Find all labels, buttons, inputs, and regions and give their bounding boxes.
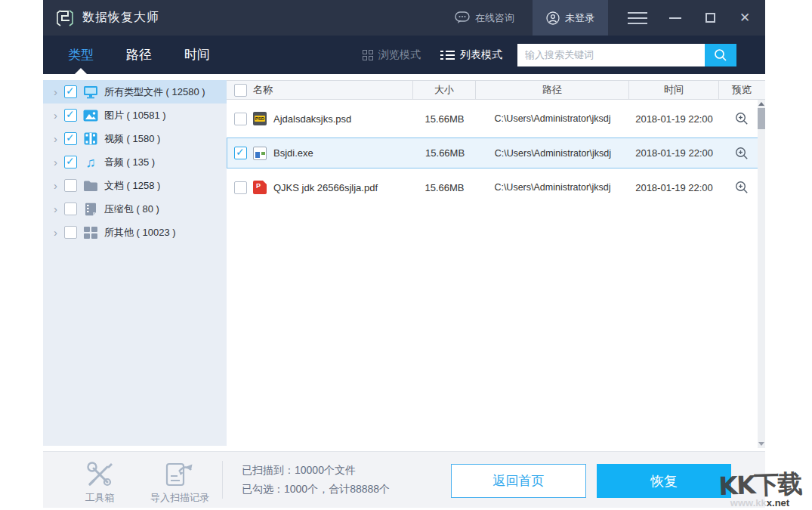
toolbox-label: 工具箱 — [66, 491, 134, 505]
tab-type[interactable]: 类型 — [68, 46, 94, 63]
minimize-button[interactable] — [665, 8, 685, 28]
row-checkbox[interactable] — [234, 181, 247, 194]
main-area: › 所有类型文件 ( 12580 ) › 图片 ( 10581 ) › — [43, 74, 765, 448]
sidebar-item-archives[interactable]: › 压缩包 ( 80 ) — [43, 197, 227, 221]
list-mode-label: 列表模式 — [460, 48, 502, 62]
archive-zip-icon — [83, 202, 98, 216]
list-view-icon — [440, 51, 455, 60]
file-path: C:\Users\Administrator\jksdj — [476, 182, 629, 193]
table-header: 名称 大小 路径 时间 预览 — [227, 80, 765, 100]
exe-file-icon — [253, 147, 267, 160]
checkbox[interactable] — [64, 179, 77, 192]
scrollbar-thumb[interactable] — [758, 108, 765, 129]
select-all-checkbox[interactable] — [234, 84, 247, 97]
scroll-down-arrow[interactable] — [758, 442, 764, 446]
sidebar-item-label: 所其他 ( 10023 ) — [104, 226, 176, 240]
scan-stats: 已扫描到：10000个文件 已勾选：1000个，合计88888个 — [242, 461, 390, 499]
checkbox[interactable] — [64, 202, 77, 215]
psd-file-icon: PSD — [253, 112, 267, 125]
column-name: 名称 — [253, 83, 273, 97]
nav-bar: 类型 路径 时间 浏览模式 列表模式 — [43, 36, 765, 74]
checkbox[interactable] — [64, 109, 77, 122]
chevron-right-icon[interactable]: › — [54, 109, 64, 122]
file-path: C:\Users\Administrator\jksdj — [477, 148, 630, 159]
search-button[interactable] — [705, 44, 736, 66]
table-row[interactable]: QJKS jdk 26566sjlja.pdf 15.66MB C:\Users… — [227, 172, 765, 202]
sidebar-item-label: 压缩包 ( 80 ) — [104, 202, 159, 216]
back-home-button[interactable]: 返回首页 — [451, 464, 586, 498]
toolbox-button[interactable]: 工具箱 — [66, 458, 134, 505]
active-tab-indicator — [75, 68, 87, 74]
sidebar-item-label: 音频 ( 135 ) — [104, 156, 155, 169]
chevron-right-icon[interactable]: › — [54, 202, 64, 215]
sidebar-item-videos[interactable]: › 视频 ( 1580 ) — [43, 127, 227, 150]
close-button[interactable]: ✕ — [735, 8, 755, 28]
scroll-up-arrow[interactable] — [758, 102, 764, 106]
preview-zoom-icon[interactable] — [735, 147, 749, 160]
file-size: 15.66MB — [413, 113, 476, 125]
app-logo-icon — [55, 8, 75, 28]
minimize-icon — [669, 17, 681, 19]
sidebar-item-all-types[interactable]: › 所有类型文件 ( 12580 ) — [43, 80, 227, 104]
recover-button[interactable]: 恢复 — [597, 464, 731, 498]
import-records-label: 导入扫描记录 — [138, 491, 221, 505]
online-service-button[interactable]: 在线咨询 — [455, 11, 514, 25]
chevron-right-icon[interactable]: › — [54, 132, 64, 145]
document-folder-icon — [83, 179, 98, 193]
sidebar-item-others[interactable]: › 所其他 ( 10023 ) — [43, 221, 227, 244]
import-records-icon — [138, 458, 221, 488]
row-checkbox[interactable] — [234, 113, 247, 125]
file-name: Bsjdi.exe — [273, 147, 313, 159]
column-preview: 预览 — [719, 81, 764, 99]
checkbox[interactable] — [64, 226, 77, 239]
monitor-icon — [83, 85, 98, 99]
video-icon — [83, 132, 98, 146]
file-time: 2018-01-19 22:00 — [629, 113, 719, 125]
preview-zoom-icon[interactable] — [735, 112, 749, 125]
table-row[interactable]: PSD Ajdalsdaksjks.psd 15.66MB C:\Users\A… — [227, 104, 765, 134]
toolbox-icon — [66, 458, 134, 488]
row-checkbox[interactable] — [234, 147, 247, 159]
maximize-button[interactable] — [700, 8, 720, 28]
menu-button[interactable] — [625, 9, 650, 27]
preview-zoom-icon[interactable] — [735, 181, 749, 194]
browse-mode-label: 浏览模式 — [378, 48, 421, 62]
table-row[interactable]: Bsjdi.exe 15.66MB C:\Users\Administrator… — [227, 138, 765, 168]
music-icon: ♫ — [83, 156, 98, 169]
file-time: 2018-01-19 22:00 — [629, 147, 719, 159]
vertical-scrollbar[interactable] — [758, 100, 765, 448]
grid-view-icon — [363, 50, 373, 60]
column-time: 时间 — [629, 81, 719, 99]
app-window: 数据恢复大师 在线咨询 未登录 ✕ 类型 路径 时间 — [43, 0, 765, 508]
column-size: 大小 — [413, 81, 476, 99]
image-icon — [83, 109, 98, 122]
search-input[interactable] — [517, 44, 705, 66]
sidebar-item-images[interactable]: › 图片 ( 10581 ) — [43, 104, 227, 127]
chevron-right-icon[interactable]: › — [54, 179, 64, 192]
footer-bar: 工具箱 导入扫描记录 已扫描到：10000个文件 已勾选：1000个，合计888… — [43, 451, 765, 508]
pdf-file-icon — [253, 181, 267, 194]
file-time: 2018-01-19 22:00 — [629, 182, 719, 193]
chevron-right-icon[interactable]: › — [54, 85, 64, 98]
chevron-right-icon[interactable]: › — [54, 156, 64, 168]
file-table: 名称 大小 路径 时间 预览 PSD Ajdalsdaksjks.psd 15.… — [227, 74, 765, 448]
file-path: C:\Users\Administrator\jksdj — [476, 113, 629, 124]
browse-mode-button[interactable]: 浏览模式 — [363, 48, 421, 62]
tab-time[interactable]: 时间 — [184, 46, 210, 63]
import-scan-records-button[interactable]: 导入扫描记录 — [138, 458, 221, 505]
login-status-button[interactable]: 未登录 — [533, 0, 608, 36]
sidebar-item-audio[interactable]: › ♫ 音频 ( 135 ) — [43, 150, 227, 174]
file-name: Ajdalsdaksjks.psd — [273, 113, 351, 125]
scanned-count: 已扫描到：10000个文件 — [242, 461, 390, 480]
close-icon: ✕ — [739, 11, 750, 24]
sidebar-item-documents[interactable]: › 文档 ( 1258 ) — [43, 174, 227, 197]
list-mode-button[interactable]: 列表模式 — [440, 48, 502, 62]
sidebar-item-label: 视频 ( 1580 ) — [104, 132, 160, 146]
chevron-right-icon[interactable]: › — [54, 226, 64, 239]
login-status-label: 未登录 — [565, 11, 594, 25]
tab-path[interactable]: 路径 — [126, 46, 152, 63]
checkbox[interactable] — [64, 85, 77, 98]
checkbox[interactable] — [64, 156, 77, 168]
checkbox[interactable] — [64, 132, 77, 145]
chat-bubble-icon — [455, 11, 470, 24]
